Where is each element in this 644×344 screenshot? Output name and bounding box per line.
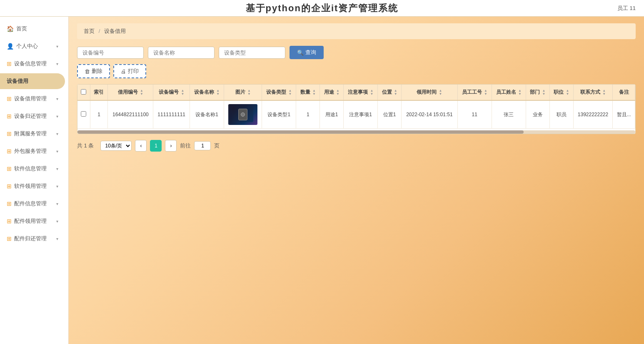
th-employee-name[interactable]: 员工姓名 ▲▼ (492, 85, 526, 100)
sort-icon-contact: ▲▼ (602, 89, 606, 96)
cell-position: 职员 (549, 100, 573, 129)
per-page-select[interactable]: 10条/页 20条/页 50条/页 (100, 141, 132, 151)
next-page-button[interactable]: › (165, 140, 177, 152)
search-btn-label: 查询 (305, 49, 316, 56)
sort-icon-device-code: ▲▼ (181, 89, 184, 96)
sidebar-item-attached-service[interactable]: ⊞ 附属服务管理 ▾ (0, 126, 65, 142)
user-info: 员工 11 (617, 5, 636, 12)
sort-icon-borrow-code: ▲▼ (140, 89, 143, 96)
th-location[interactable]: 位置 ▲▼ (378, 85, 402, 100)
delete-button[interactable]: 🗑 删除 (77, 64, 110, 78)
th-employee-id[interactable]: 员工工号 ▲▼ (457, 85, 492, 100)
search-button[interactable]: 🔍 查询 (290, 46, 324, 59)
th-usage[interactable]: 用途 ▲▼ (320, 85, 344, 100)
th-notes[interactable]: 注意事项 ▲▼ (344, 85, 378, 100)
prev-page-button[interactable]: ‹ (135, 140, 147, 152)
sidebar-item-parts-info[interactable]: ⊞ 配件信息管理 ▾ (0, 196, 65, 212)
sidebar-item-parts-return[interactable]: ⊞ 配件归还管理 ▾ (0, 231, 65, 247)
sort-icon-device-name: ▲▼ (216, 89, 220, 96)
sort-icon-pos: ▲▼ (566, 89, 569, 96)
cell-employee-name: 张三 (492, 100, 526, 129)
row-checkbox-cell (77, 100, 90, 129)
pagination-bar: 共 1 条 10条/页 20条/页 50条/页 ‹ 1 › 前往 页 (77, 140, 636, 152)
th-borrow-time[interactable]: 领用时间 ▲▼ (402, 85, 458, 100)
page-label: 页 (214, 142, 220, 150)
sidebar-item-software-info-label: 软件信息管理 (14, 165, 47, 172)
print-button[interactable]: 🖨 打印 (113, 64, 146, 78)
grid-icon-1: ⊞ (7, 60, 12, 67)
breadcrumb-current: 设备借用 (104, 28, 126, 34)
sidebar-item-device-return-mgmt-label: 设备归还管理 (14, 112, 47, 120)
chevron-down-icon-10: ▾ (56, 219, 58, 224)
select-all-checkbox[interactable] (81, 89, 86, 95)
search-device-type[interactable] (219, 47, 285, 59)
scroll-thumb (77, 130, 524, 134)
sidebar-item-device-return-mgmt[interactable]: ⊞ 设备归还管理 ▾ (0, 108, 65, 124)
th-image[interactable]: 图片 ▲▼ (224, 85, 262, 100)
sort-icon-device-type: ▲▼ (289, 89, 292, 96)
search-icon: 🔍 (297, 50, 304, 56)
chevron-down-icon-8: ▾ (56, 184, 58, 189)
breadcrumb-home[interactable]: 首页 (84, 28, 95, 34)
th-device-name[interactable]: 设备名称 ▲▼ (190, 85, 224, 100)
main-layout: 🏠 首页 👤 个人中心 ▾ ⊞ 设备信息管理 ▾ 设备借用 ⊞ 设备借用管理 ▾… (0, 17, 644, 344)
th-device-code[interactable]: 设备编号 ▲▼ (153, 85, 190, 100)
th-position[interactable]: 职位 ▲▼ (549, 85, 573, 100)
grid-icon-3: ⊞ (7, 113, 12, 120)
sidebar-item-parts-info-label: 配件信息管理 (14, 200, 47, 207)
sidebar-item-parts-borrow[interactable]: ⊞ 配件领用管理 ▾ (0, 213, 65, 229)
device-image-thumb (228, 104, 257, 125)
home-icon: 🏠 (7, 25, 14, 32)
chevron-down-icon-7: ▾ (56, 167, 58, 171)
sidebar-item-home[interactable]: 🏠 首页 (0, 21, 65, 37)
page-1-button[interactable]: 1 (150, 140, 162, 152)
sort-icon-image: ▲▼ (247, 89, 251, 96)
sidebar-item-software-borrow[interactable]: ⊞ 软件领用管理 ▾ (0, 178, 65, 194)
sidebar-item-device-info[interactable]: ⊞ 设备信息管理 ▾ (0, 56, 65, 72)
chevron-down-icon-6: ▾ (56, 149, 58, 154)
grid-icon-9: ⊞ (7, 218, 12, 224)
chevron-down-icon: ▾ (56, 44, 58, 49)
th-borrow-code[interactable]: 借用编号 ▲▼ (108, 85, 153, 100)
horizontal-scrollbar[interactable] (77, 130, 635, 134)
th-remark: 备注 (613, 85, 635, 100)
th-contact[interactable]: 联系方式 ▲▼ (573, 85, 613, 100)
print-label: 打印 (128, 67, 139, 75)
search-device-name[interactable] (148, 47, 215, 59)
data-table: 索引 借用编号 ▲▼ 设备编号 ▲▼ 设备名称 ▲▼ (77, 85, 635, 129)
sidebar-item-device-borrow[interactable]: 设备借用 (0, 73, 65, 89)
cell-device-code: 1111111111 (153, 100, 190, 129)
print-icon: 🖨 (121, 68, 126, 75)
sidebar-item-device-borrow-mgmt[interactable]: ⊞ 设备借用管理 ▾ (0, 91, 65, 107)
th-quantity[interactable]: 数量 ▲▼ (296, 85, 320, 100)
th-device-type[interactable]: 设备类型 ▲▼ (262, 85, 296, 100)
cell-employee-id: 11 (457, 100, 492, 129)
grid-icon-2: ⊞ (7, 95, 12, 102)
person-icon: 👤 (7, 43, 14, 50)
search-bar: 🔍 查询 (77, 46, 636, 59)
row-checkbox[interactable] (81, 111, 86, 117)
sort-icon-notes: ▲▼ (370, 89, 373, 96)
th-index: 索引 (90, 85, 108, 100)
grid-icon-6: ⊞ (7, 165, 12, 172)
sidebar-item-parts-borrow-label: 配件领用管理 (14, 217, 47, 225)
cell-image (224, 100, 262, 129)
sidebar-item-personal[interactable]: 👤 个人中心 ▾ (0, 38, 65, 54)
goto-page-input[interactable] (194, 141, 211, 150)
cell-index: 1 (90, 100, 108, 129)
th-department[interactable]: 部门 ▲▼ (526, 85, 549, 100)
delete-icon: 🗑 (85, 68, 90, 75)
search-device-code[interactable] (77, 47, 144, 59)
grid-icon-8: ⊞ (7, 200, 12, 207)
device-image-bg (228, 104, 257, 125)
breadcrumb-sep: / (99, 28, 100, 34)
sidebar-item-software-info[interactable]: ⊞ 软件信息管理 ▾ (0, 161, 65, 177)
delete-label: 删除 (92, 67, 102, 75)
sort-icon-quantity: ▲▼ (312, 89, 316, 96)
sidebar-item-software-borrow-label: 软件领用管理 (14, 182, 47, 190)
app-title: 基于python的企业it资产管理系统 (246, 2, 399, 15)
top-bar: 基于python的企业it资产管理系统 员工 11 (0, 0, 644, 17)
sidebar-item-outsource-label: 外包服务管理 (14, 147, 47, 155)
sort-icon-emp-name: ▲▼ (518, 89, 522, 96)
sidebar-item-outsource[interactable]: ⊞ 外包服务管理 ▾ (0, 143, 65, 159)
